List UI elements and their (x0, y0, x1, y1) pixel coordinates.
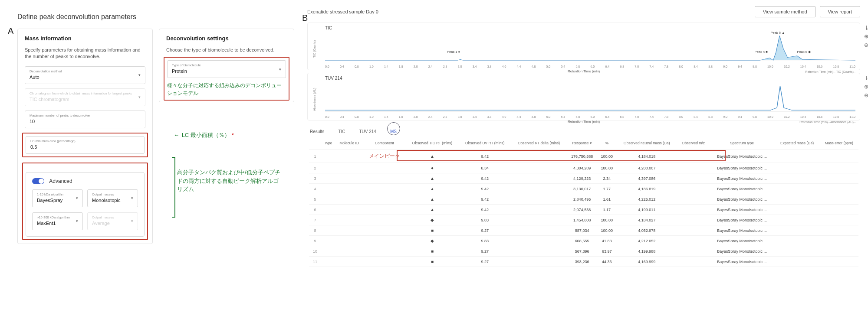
cell-response: 393,236 (567, 257, 598, 267)
tab-tuv[interactable]: TUV 214 (358, 127, 377, 136)
cell-uv-rt (511, 257, 566, 267)
table-row[interactable]: 4▲9.423,130,0171.774,186.819BayesSpray M… (309, 184, 858, 194)
cell-type-symbol: ■ (406, 225, 459, 236)
zoom-out-icon[interactable]: ⊖ (864, 42, 868, 48)
cell-expected (775, 163, 820, 173)
field-label: Output masses (92, 215, 133, 219)
tic-label: TIC (325, 26, 855, 30)
cell-uv-rt (511, 150, 566, 163)
cell-uv-rt (511, 246, 566, 257)
cell-response: 2,074,538 (567, 205, 598, 215)
col-obs-rt-delta[interactable]: Observed RT delta (mins) (511, 138, 566, 150)
view-report-button[interactable]: View report (820, 6, 860, 17)
tic-chart[interactable]: TIC TIC (Counts) Peak 1 ● Peak 4 ■ Peak … (307, 23, 860, 70)
cell-percent: 100.00 (598, 163, 616, 173)
cell-idx: 11 (309, 257, 321, 267)
col-molecule-id[interactable]: Molecule ID (335, 138, 363, 150)
cell-spectrum: BayesSpray MonoIsotopic ... (710, 225, 775, 236)
table-row[interactable]: 2●8.344,304,289100.004,200.007BayesSpray… (309, 163, 858, 173)
table-row[interactable]: 5▲9.422,840,4951.614,225.012BayesSpray M… (309, 194, 858, 205)
view-sample-method-button[interactable]: View sample method (755, 6, 815, 17)
field-value: 0.5 (30, 144, 37, 150)
download-icon[interactable]: ⭳ (866, 127, 868, 133)
panel-a: Define peak deconvolution parameters Mas… (17, 13, 295, 244)
tuv-chart[interactable]: TUV 214 Absorbance (AU) 0.00.40.81.01.41… (307, 73, 860, 120)
cell-response: 2,840,495 (567, 194, 598, 205)
col-obs-uv-rt[interactable]: Observed UV RT (mins) (459, 138, 511, 150)
tab-tic[interactable]: TIC (337, 127, 346, 136)
table-row[interactable]: 3▲9.424,129,2232.344,397.086BayesSpray M… (309, 173, 858, 184)
col-type[interactable]: Type (321, 138, 335, 150)
output-masses1-select[interactable]: Output masses MonoIsotopic ▾ (87, 189, 138, 207)
cell-expected (775, 184, 820, 194)
cell-neutral-mass: 4,199.988 (616, 246, 677, 257)
col-obs-tic-rt[interactable]: Observed TIC RT (mins) (406, 138, 459, 150)
peak-label: Peak 4 ■ (755, 50, 768, 54)
col-spectrum-type[interactable]: Spectrum type (710, 138, 775, 150)
chevron-down-icon: ▾ (138, 73, 141, 77)
download-icon[interactable]: ⭳ (864, 75, 868, 81)
download-icon[interactable]: ⭳ (864, 25, 868, 31)
cell-idx: 7 (309, 215, 321, 225)
cell-tic-rt: 9.42 (459, 205, 511, 215)
tab-results[interactable]: Results (309, 127, 325, 136)
cell-component (363, 194, 406, 205)
col-obs-mz[interactable]: Observed m/z (677, 138, 709, 150)
advanced-label: Advanced (49, 178, 72, 184)
cell-molecule-id (335, 225, 363, 236)
col-percent[interactable]: % (598, 138, 616, 150)
cell-mz (677, 246, 709, 257)
cell-component (363, 246, 406, 257)
zoom-in-icon[interactable]: ⊕ (864, 33, 868, 39)
cell-expected (775, 150, 820, 163)
table-row[interactable]: 7◆9.831,454,808100.004,184.027BayesSpray… (309, 215, 858, 225)
cell-component (363, 236, 406, 246)
tuv-trace (325, 83, 855, 111)
deconvolution-method-select[interactable]: Deconvolution method Auto ▾ (25, 66, 145, 84)
field-value: MonoIsotopic (92, 198, 120, 203)
cell-expected (775, 205, 820, 215)
cell-expected (775, 173, 820, 184)
col-expected-mass[interactable]: Expected mass (Da) (775, 138, 820, 150)
tuv-x-axis: 0.00.40.81.01.41.82.02.42.83.03.43.84.04… (325, 115, 855, 118)
col-component[interactable]: Component (363, 138, 406, 150)
table-row[interactable]: 1メインピーク▲9.42176,750,588100.004,184.018Ba… (309, 150, 858, 163)
chevron-down-icon: ▾ (131, 219, 133, 223)
lc-min-area-input[interactable]: LC minimum area (percentage) 0.5 (26, 136, 145, 154)
table-row[interactable]: 9◆9.83608,55541.834,212.052BayesSpray Mo… (309, 236, 858, 246)
field-value: Average (92, 221, 110, 226)
col-response[interactable]: Response ▾ (567, 138, 598, 150)
col-mass-error[interactable]: Mass error (ppm) (819, 138, 858, 150)
cell-mass-error (819, 246, 858, 257)
max-peaks-input[interactable]: Maximum number of peaks to deconvolve 10 (25, 111, 145, 128)
table-row[interactable]: 11■9.27393,23644.334,169.999BayesSpray M… (309, 257, 858, 267)
table-row[interactable]: 8■9.27887,034100.004,052.978BayesSpray M… (309, 225, 858, 236)
cell-percent: 100.00 (598, 225, 616, 236)
col-idx[interactable] (309, 138, 321, 150)
cell-mass-error (819, 236, 858, 246)
results-table: Type Molecule ID Component Observed TIC … (309, 138, 858, 267)
cell-type-symbol: ■ (406, 246, 459, 257)
cell-uv-rt (511, 163, 566, 173)
cell-percent: 100.00 (598, 150, 616, 163)
advanced-toggle[interactable] (32, 178, 44, 184)
cell-component (363, 257, 406, 267)
algo1-select[interactable]: 1-15 kDa algorithm BayesSpray ▾ (32, 189, 83, 207)
zoom-out-icon[interactable]: ⊖ (864, 92, 868, 98)
sample-title: Exenatide stressed sample Day 0 (307, 9, 378, 14)
table-row[interactable]: 6▲9.422,074,5381.174,199.011BayesSpray M… (309, 205, 858, 215)
advanced-card: Advanced 1-15 kDa algorithm BayesSpray ▾… (26, 172, 145, 237)
tuv-y-axis-label: Absorbance (AU) (313, 86, 322, 112)
cell-type (321, 194, 335, 205)
biomolecule-type-select[interactable]: Type of biomolecule Protein ▾ (167, 60, 286, 78)
cell-expected (775, 236, 820, 246)
cell-neutral-mass: 4,200.007 (616, 163, 677, 173)
col-obs-neutral-mass[interactable]: Observed neutral mass (Da) (616, 138, 677, 150)
algo2-select[interactable]: >15-300 kDa algorithm MaxEnt1 ▾ (32, 212, 83, 230)
table-row[interactable]: 10■9.27567,39663.974,199.988BayesSpray M… (309, 246, 858, 257)
cell-neutral-mass: 4,184.018 (616, 150, 677, 163)
zoom-in-icon[interactable]: ⊕ (864, 84, 868, 90)
cell-mz (677, 236, 709, 246)
cell-mass-error (819, 194, 858, 205)
cell-type-symbol: ◆ (406, 236, 459, 246)
